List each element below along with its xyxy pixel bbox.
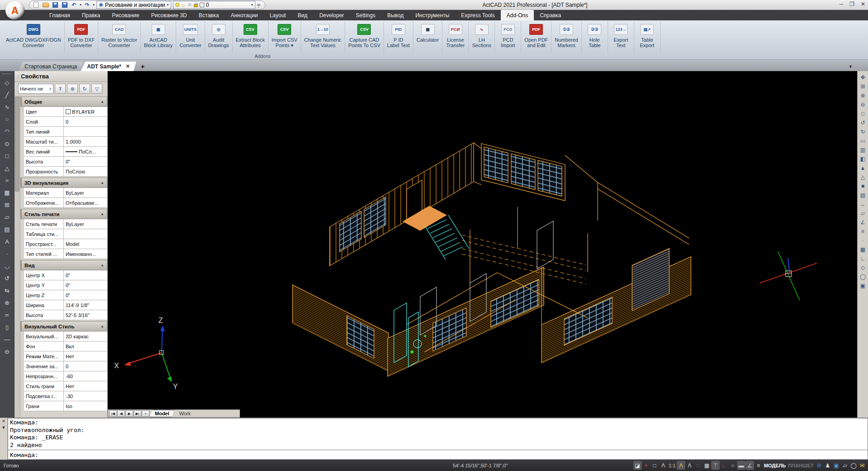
app-logo-icon[interactable]: A	[5, 1, 24, 20]
property-value[interactable]: -30	[64, 391, 107, 401]
status-ucs-icon-toggle[interactable]: Λ	[659, 461, 667, 470]
view-top-icon[interactable]: ▥	[858, 145, 868, 154]
views-tool-icon[interactable]: ◇	[858, 263, 868, 272]
filter-button[interactable]: ▽	[91, 84, 102, 94]
menu-item-рисование-3d[interactable]: Рисование 3D	[145, 10, 193, 20]
area-tool-icon[interactable]: ▱	[858, 209, 868, 218]
move-tool-icon[interactable]: ⇆	[1, 284, 13, 297]
minimize-button[interactable]: ─	[839, 1, 844, 7]
shade-tool-icon[interactable]: ▲	[858, 163, 868, 173]
property-value[interactable]: 1.0000	[64, 137, 107, 146]
sheet-tab-model[interactable]: Model	[150, 410, 174, 417]
property-value[interactable]: 0"	[64, 157, 107, 166]
ribbon-button-calculator[interactable]: ▦Calculator	[413, 21, 443, 54]
section-header-общие[interactable]: Общие▲	[20, 96, 107, 107]
settings-tool-icon[interactable]: ▣	[858, 281, 868, 290]
section-header-3d-визуализация[interactable]: 3D визуализация▲	[20, 178, 107, 188]
property-value[interactable]: 0"	[64, 270, 107, 280]
ribbon-button-audit-drawings[interactable]: ◎Audit Drawings	[205, 21, 233, 54]
tab-close-icon[interactable]: ✕	[126, 63, 130, 69]
status-crosshair-toggle[interactable]: +	[642, 461, 650, 470]
hatch-tool-icon[interactable]: ▦	[1, 187, 13, 199]
menu-item-вид[interactable]: Вид	[292, 10, 313, 20]
status-lineweight-toggle[interactable]: ▬	[737, 461, 745, 470]
property-value[interactable]: Model	[64, 239, 107, 249]
document-tab-adt-sample-[interactable]: ADT Sample*✕	[81, 62, 136, 71]
property-value[interactable]: Отбрасывае...	[64, 198, 107, 207]
pan-tool-icon[interactable]: ✥	[858, 73, 868, 82]
view-iso-icon[interactable]: ◧	[858, 154, 868, 163]
ribbon-button-block-library[interactable]: ▦ActCAD Block Library	[141, 21, 177, 54]
sheet-nav-0[interactable]: |◀	[109, 410, 117, 417]
tab-add-icon[interactable]: +	[141, 62, 145, 70]
property-value[interactable]: Iso	[64, 401, 107, 411]
menu-item-layout[interactable]: Layout	[264, 10, 292, 20]
status-point-display-toggle[interactable]: ∷	[694, 461, 702, 470]
status-messages[interactable]: ✉	[858, 461, 866, 470]
wireframe-tool-icon[interactable]: △	[858, 173, 868, 182]
menu-item-developer[interactable]: Developer	[313, 10, 350, 20]
ribbon-button-raster-to-vector-converter[interactable]: CADRaster to Vector Converter	[98, 21, 141, 54]
status-annotate-toggle[interactable]: Λ	[686, 461, 694, 470]
add-selection-button[interactable]: ⊕	[67, 84, 78, 94]
layer-caret-icon[interactable]: ▾	[251, 3, 253, 7]
status-tablet-label[interactable]: ПЛАНШЕТ	[787, 461, 815, 470]
close-button[interactable]: ✕	[861, 1, 865, 7]
status-etrack-toggle[interactable]: ≡	[754, 461, 762, 470]
rectangle-tool-icon[interactable]: □	[1, 150, 13, 162]
collapse-icon[interactable]: ▲	[101, 324, 104, 328]
circle-tool-icon[interactable]: ○	[1, 113, 13, 125]
section-header-стиль-печати[interactable]: Стиль печати▲	[20, 209, 107, 219]
ribbon-button-pcd-import[interactable]: PCDPCD Import	[495, 21, 521, 54]
spline-tool-icon[interactable]: ≈	[1, 174, 13, 187]
status-model-space-label[interactable]: МОДЕЛЬ	[763, 461, 786, 470]
status-remote-screen[interactable]: ▣	[832, 461, 840, 470]
property-value[interactable]: 0"	[64, 290, 107, 300]
ribbon-button-hole-table[interactable]: ②③Hole Table	[582, 21, 608, 54]
angle-tool-icon[interactable]: ∠	[858, 218, 868, 227]
zoom-window-icon[interactable]: ⊞	[858, 82, 868, 91]
sheet-nav-4[interactable]: +	[142, 410, 149, 417]
orbit-tool-icon[interactable]: ↻	[858, 127, 868, 136]
grid-tool-icon[interactable]: ▦	[858, 245, 868, 254]
menu-item-главная[interactable]: Главная	[43, 10, 76, 20]
layer-on-icon[interactable]	[175, 3, 179, 7]
selection-filter-select[interactable]: Ничего не ∨	[18, 84, 53, 94]
ribbon-button-export-text[interactable]: 123→Export Text	[608, 21, 634, 54]
section-header-визуальный-стиль[interactable]: Визуальный Стиль▲	[20, 321, 107, 332]
select-tool-icon[interactable]: ◇	[1, 77, 13, 89]
status-clean-screen[interactable]: ◯	[849, 461, 858, 470]
document-tab-стартовая-страница[interactable]: Стартовая Страница	[18, 62, 83, 71]
text-tool-icon[interactable]: A	[1, 236, 13, 248]
collapse-icon[interactable]: ▲	[101, 100, 104, 104]
ribbon-button-pdf-to-dxf-converter[interactable]: PDFPDF to DXF Converter	[65, 21, 98, 54]
property-value[interactable]: ByLayer	[64, 219, 107, 229]
arc-tool-icon[interactable]: ◠	[1, 125, 13, 138]
menu-item-рисование[interactable]: Рисование	[106, 10, 145, 20]
polygon-tool-icon[interactable]: △	[1, 162, 13, 174]
menu-item-инструменты[interactable]: Инструменты	[409, 10, 455, 20]
regen-tool-icon[interactable]: ◯	[858, 272, 868, 281]
ellipse-tool-icon[interactable]: ⊙	[1, 138, 13, 150]
ribbon-button-lh-sections[interactable]: ∿LH Sections	[469, 21, 495, 54]
ribbon-button-change-numeric-text[interactable]: 1→10Change Numeric Text Values	[301, 21, 345, 54]
id-point-tool-icon[interactable]: ∙	[858, 236, 868, 245]
menu-item-справка[interactable]: Справка	[534, 10, 567, 20]
property-value[interactable]: Вкл	[64, 341, 107, 351]
line-tool-icon[interactable]: ╱	[1, 89, 13, 101]
zoom-previous-icon[interactable]: ↺	[858, 118, 868, 127]
command-caret-icon[interactable]: ▼	[2, 425, 6, 430]
menu-item-express-tools[interactable]: Express Tools	[455, 10, 500, 20]
mirror-tool-icon[interactable]: ≍	[1, 309, 13, 321]
property-value[interactable]	[64, 127, 107, 136]
redo-caret-icon[interactable]: ▾	[93, 3, 95, 7]
polyline-tool-icon[interactable]: ∿	[1, 101, 13, 113]
sheet-nav-3[interactable]: ▶|	[134, 410, 141, 417]
status-ortho-toggle[interactable]: ∟	[720, 461, 728, 470]
save-icon[interactable]	[51, 1, 59, 8]
property-value[interactable]: -60	[64, 371, 107, 381]
ribbon-button-pid-label-text[interactable]: PIDP ID Label Text	[384, 21, 413, 54]
ribbon-button-extract-block-attributes[interactable]: CSVExtract Block Attributes	[233, 21, 269, 54]
status-user-account[interactable]: ♟	[824, 461, 832, 470]
ribbon-button-license-transfer[interactable]: PC⇄License Transfer	[442, 21, 469, 54]
